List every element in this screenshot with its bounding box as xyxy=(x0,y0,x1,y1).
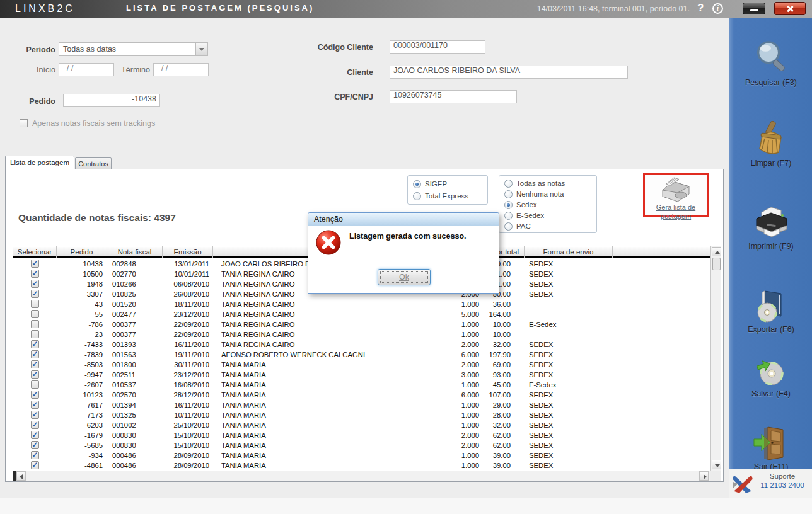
row-checkbox[interactable] xyxy=(31,360,39,368)
help-icon[interactable]: ? xyxy=(697,2,704,14)
close-button[interactable] xyxy=(774,2,806,15)
table-row[interactable]: -78600037722/09/2010TANIA REGINA CAIRO1.… xyxy=(13,319,710,329)
cell-nota: 000486 xyxy=(107,460,163,471)
radio-nenhuma-nota[interactable]: Nenhuma nota xyxy=(504,190,593,199)
notas-count-label: Quantidade de notas fiscais: 4397 xyxy=(18,212,176,224)
row-checkbox[interactable] xyxy=(31,370,39,379)
table-row[interactable]: -743300139316/11/2010TANIA REGINA CAIRO2… xyxy=(13,340,710,350)
table-row[interactable]: -260701053716/08/2010TANIA MARIA1.00045.… xyxy=(13,380,710,390)
table-row[interactable]: -167900083015/10/2010TANIA MARIA2.00062.… xyxy=(13,430,710,440)
scroll-right-button[interactable] xyxy=(699,471,709,481)
table-row[interactable]: -568500083015/10/2010TANIA MARIA2.00062.… xyxy=(13,440,710,450)
radio-sedex[interactable]: Sedex xyxy=(504,201,593,210)
row-checkbox[interactable] xyxy=(31,461,39,469)
cpf-cnpj-input[interactable]: 10926073745 xyxy=(390,90,517,103)
column-header-extra[interactable] xyxy=(613,246,710,258)
cell-emissao: 22/09/2010 xyxy=(163,319,213,329)
periodo-select[interactable]: Todas as datas xyxy=(59,42,208,56)
table-row[interactable]: -1012300257028/12/2010TANIA MARIA6.00010… xyxy=(13,390,710,400)
cell-valor: 29.00 xyxy=(482,400,525,410)
row-checkbox[interactable] xyxy=(31,320,39,328)
page-title: Lista de postagem (Pesquisa) xyxy=(126,3,314,13)
table-row[interactable]: -761700139416/11/2010TANIA MARIA1.00029.… xyxy=(13,400,710,410)
scroll-left-button[interactable] xyxy=(16,471,26,481)
radio-todas-as-notas[interactable]: Todas as notas xyxy=(504,180,593,188)
ok-button[interactable]: Ok xyxy=(378,269,431,285)
cliente-input[interactable]: JOAO CARLOS RIBEIRO DA SILVA xyxy=(390,66,628,79)
cell-extra xyxy=(613,360,710,370)
row-checkbox[interactable] xyxy=(31,411,39,419)
termino-input[interactable]: / / xyxy=(153,63,209,76)
table-row[interactable]: -850300180030/11/2010TANIA MARIA2.00069.… xyxy=(13,360,710,370)
cell-extra xyxy=(613,370,710,380)
salvar-button[interactable]: Salvar (F4) xyxy=(729,358,812,398)
table-row[interactable]: -783900156319/11/2010AFONSO ROBERTO WERN… xyxy=(13,350,710,360)
codigo-cliente-input[interactable]: 000003/001170 xyxy=(390,40,485,54)
table-row[interactable]: -93400048628/09/2010TANIA MARIA1.00039.0… xyxy=(13,450,710,460)
table-row[interactable]: 4300152018/11/2010TANIA REGINA CAIRO1.00… xyxy=(13,299,710,309)
cell-extra xyxy=(613,390,710,400)
radio-total-express[interactable]: Total Express xyxy=(413,192,484,201)
column-header-nota[interactable]: Nota fiscal xyxy=(107,246,163,258)
row-checkbox[interactable] xyxy=(31,290,39,298)
row-checkbox[interactable] xyxy=(31,380,39,389)
vertical-scrollbar[interactable] xyxy=(710,246,721,471)
inicio-input[interactable]: / / xyxy=(59,63,114,76)
row-checkbox[interactable] xyxy=(31,260,39,268)
vertical-scroll-thumb[interactable] xyxy=(712,258,721,270)
pedido-input[interactable]: -10438 xyxy=(63,94,160,107)
limpar-button[interactable]: Limpar (F7) xyxy=(729,121,812,168)
cell-nota: 000830 xyxy=(107,440,163,450)
row-checkbox[interactable] xyxy=(31,391,39,399)
dropdown-button[interactable] xyxy=(195,43,207,55)
cell-forma xyxy=(525,299,613,309)
row-checkbox[interactable] xyxy=(31,451,39,459)
radio-e-sedex[interactable]: E-Sedex xyxy=(504,212,593,220)
cell-forma xyxy=(525,329,613,340)
row-checkbox[interactable] xyxy=(31,350,39,358)
cell-pedido: -9947 xyxy=(57,370,107,380)
table-row[interactable]: -620300100225/10/2010TANIA MARIA1.00032.… xyxy=(13,420,710,430)
column-header-sel[interactable]: Selecionar xyxy=(13,246,57,258)
table-row[interactable]: -717300132510/11/2010TANIA MARIA1.00028.… xyxy=(13,410,710,420)
row-checkbox[interactable] xyxy=(31,441,39,449)
cell-extra xyxy=(613,460,710,471)
row-checkbox[interactable] xyxy=(31,310,39,318)
radio-sigep[interactable]: SIGEP xyxy=(413,180,484,189)
tab-contratos[interactable]: Contratos xyxy=(75,157,112,169)
row-checkbox[interactable] xyxy=(31,431,39,439)
row-checkbox[interactable] xyxy=(31,340,39,348)
row-checkbox[interactable] xyxy=(31,270,39,278)
cell-forma: SEDEX xyxy=(525,360,613,370)
radio-pac[interactable]: PAC xyxy=(504,222,593,231)
table-row[interactable]: -486100048628/09/2010TANIA MARIA1.00039.… xyxy=(13,460,710,471)
exportar-button[interactable]: Exportar (F6) xyxy=(729,287,812,334)
apenas-notas-checkbox[interactable] xyxy=(20,119,28,127)
row-checkbox[interactable] xyxy=(31,421,39,429)
exit-icon xyxy=(753,425,789,461)
table-row[interactable]: 5500247723/12/2010TANIA REGINA CAIRO5.00… xyxy=(13,309,710,319)
row-checkbox[interactable] xyxy=(31,401,39,409)
tab-lista-de-postagem[interactable]: Lista de postagem xyxy=(5,156,74,169)
scroll-up-button[interactable] xyxy=(712,247,721,256)
table-row[interactable]: 2300037722/09/2010TANIA REGINA CAIRO1.00… xyxy=(13,329,710,340)
minimize-button[interactable] xyxy=(743,3,765,14)
column-header-forma[interactable]: Forma de envio xyxy=(525,246,613,258)
row-checkbox[interactable] xyxy=(31,280,39,288)
gera-lista-button[interactable]: Gera lista de postagem xyxy=(643,173,709,217)
info-icon[interactable]: i xyxy=(712,3,723,14)
column-header-emissao[interactable]: Emissão xyxy=(163,246,213,258)
column-header-pedido[interactable]: Pedido xyxy=(57,246,107,258)
sair-button[interactable]: Sair (F11) xyxy=(729,425,812,471)
pesquisar-button[interactable]: Pesquisar (F3) xyxy=(729,39,812,87)
export-icon xyxy=(753,287,789,324)
cell-valor: 32.00 xyxy=(482,340,525,350)
table-row[interactable]: -994700251123/12/2010TANIA MARIA3.00093.… xyxy=(13,370,710,380)
row-checkbox[interactable] xyxy=(31,330,39,338)
scroll-down-button[interactable] xyxy=(712,460,721,469)
imprimir-button[interactable]: Imprimir (F9) xyxy=(729,204,812,251)
cell-forma: SEDEX xyxy=(525,340,613,350)
horizontal-scroll-thumb[interactable] xyxy=(13,471,16,481)
horizontal-scrollbar[interactable] xyxy=(13,471,710,481)
row-checkbox[interactable] xyxy=(31,300,39,308)
